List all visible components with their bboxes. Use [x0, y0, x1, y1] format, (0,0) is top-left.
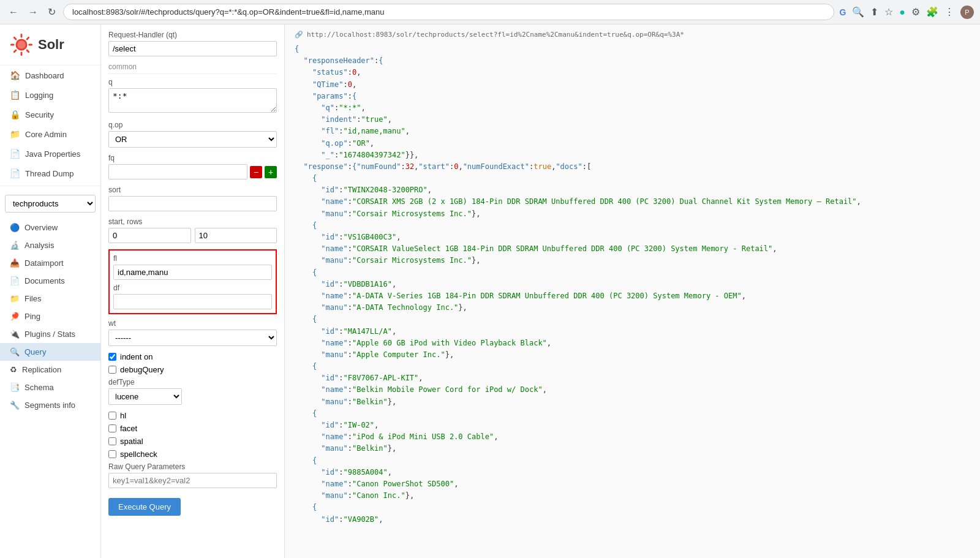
- fl-highlight-box: fl df: [108, 249, 277, 314]
- menu-icon[interactable]: ⋮: [944, 6, 954, 18]
- sidebar-item-java-properties[interactable]: 📄 Java Properties: [0, 144, 100, 164]
- debug-query-checkbox[interactable]: [108, 366, 116, 374]
- sidebar-item-dashboard[interactable]: 🏠 Dashboard: [0, 66, 100, 85]
- core-select[interactable]: techproducts: [5, 195, 96, 213]
- sidebar-item-logging[interactable]: 📋 Logging: [0, 85, 100, 105]
- address-bar[interactable]: [63, 4, 834, 20]
- segments-label: Segments info: [24, 401, 75, 410]
- core-nav-schema[interactable]: 📑 Schema: [0, 379, 100, 396]
- results-content: { "responseHeader":{ "status":0, "QTime"…: [295, 43, 970, 526]
- request-handler-input[interactable]: [108, 41, 277, 56]
- share-icon[interactable]: ⬆: [870, 6, 878, 18]
- sidebar-item-core-admin[interactable]: 📁 Core Admin: [0, 124, 100, 144]
- wt-select[interactable]: ------ json xml python ruby php csv: [108, 330, 277, 346]
- start-rows-inputs: [108, 228, 277, 243]
- fq-remove-button[interactable]: −: [250, 166, 262, 178]
- plugins-label: Plugins / Stats: [24, 330, 75, 339]
- core-nav-files[interactable]: 📁 Files: [0, 290, 100, 307]
- hl-checkbox[interactable]: [108, 412, 116, 420]
- query-icon: 🔍: [10, 347, 20, 356]
- browser-toolbar: G 🔍 ⬆ ☆ ● ⚙ 🧩 ⋮ P: [839, 6, 974, 19]
- fq-add-button[interactable]: +: [265, 166, 277, 178]
- hl-label: hl: [120, 411, 126, 420]
- q-op-group: q.op ------ OR AND: [108, 121, 277, 148]
- core-selector[interactable]: techproducts: [5, 195, 96, 213]
- google-icon: G: [839, 7, 846, 17]
- thread-dump-icon: 📄: [10, 168, 20, 178]
- q-label: q: [108, 78, 277, 86]
- query-label: Query: [24, 347, 46, 356]
- request-handler-group: Request-Handler (qt): [108, 31, 277, 56]
- back-button[interactable]: ←: [6, 4, 21, 20]
- debug-query-row: debugQuery: [108, 365, 277, 374]
- spellcheck-checkbox[interactable]: [108, 450, 116, 458]
- core-nav-replication[interactable]: ♻ Replication: [0, 361, 100, 379]
- core-nav: 🔵 Overview 🔬 Analysis 📥 Dataimport 📄 Doc…: [0, 219, 100, 414]
- svg-rect-4: [13, 36, 17, 40]
- svg-rect-3: [10, 44, 15, 46]
- files-icon: 📁: [10, 294, 20, 303]
- df-input[interactable]: [113, 294, 272, 309]
- core-nav-plugins[interactable]: 🔌 Plugins / Stats: [0, 325, 100, 343]
- dashboard-icon: 🏠: [10, 70, 20, 80]
- indent-checkbox[interactable]: [108, 353, 116, 361]
- wt-group: wt ------ json xml python ruby php csv: [108, 319, 277, 346]
- core-nav-documents[interactable]: 📄 Documents: [0, 272, 100, 290]
- core-nav-query[interactable]: 🔍 Query: [0, 343, 100, 361]
- core-nav-dataimport[interactable]: 📥 Dataimport: [0, 254, 100, 272]
- schema-icon: 📑: [10, 383, 20, 392]
- sort-input[interactable]: [108, 196, 277, 211]
- fl-input[interactable]: [113, 265, 272, 280]
- url-input[interactable]: [72, 7, 825, 17]
- start-rows-label: start, rows: [108, 217, 277, 226]
- search-icon[interactable]: 🔍: [852, 6, 864, 18]
- settings-icon[interactable]: ⚙: [911, 6, 920, 18]
- puzzle-icon[interactable]: 🧩: [926, 6, 938, 18]
- execute-query-button[interactable]: Execute Query: [108, 498, 181, 516]
- segments-icon: 🔧: [10, 401, 20, 410]
- extension-icon[interactable]: ●: [899, 7, 905, 18]
- start-input[interactable]: [108, 228, 191, 243]
- fq-label: fq: [108, 154, 277, 162]
- svg-rect-5: [21, 34, 23, 38]
- svg-rect-6: [26, 36, 30, 40]
- facet-row: facet: [108, 424, 277, 433]
- logging-label: Logging: [25, 91, 53, 100]
- q-op-select[interactable]: ------ OR AND: [108, 131, 277, 148]
- sidebar-item-security[interactable]: 🔒 Security: [0, 105, 100, 124]
- core-admin-icon: 📁: [10, 129, 20, 139]
- debug-query-label: debugQuery: [120, 365, 164, 374]
- fq-input[interactable]: [108, 164, 247, 179]
- forward-button[interactable]: →: [26, 4, 40, 20]
- results-url-bar: 🔗 http://localhost:8983/solr/techproduct…: [295, 31, 970, 39]
- sidebar-item-thread-dump[interactable]: 📄 Thread Dump: [0, 164, 100, 183]
- reload-button[interactable]: ↻: [45, 4, 58, 20]
- spatial-checkbox[interactable]: [108, 437, 116, 445]
- thread-dump-label: Thread Dump: [25, 169, 74, 178]
- files-label: Files: [24, 294, 41, 303]
- hl-row: hl: [108, 411, 277, 420]
- plugins-icon: 🔌: [10, 330, 20, 339]
- wt-label: wt: [108, 319, 277, 328]
- core-nav-overview[interactable]: 🔵 Overview: [0, 219, 100, 236]
- rows-input[interactable]: [195, 228, 277, 243]
- def-type-group: defType lucene dismax edismax: [108, 378, 277, 405]
- svg-rect-2: [13, 49, 17, 53]
- core-nav-analysis[interactable]: 🔬 Analysis: [0, 236, 100, 254]
- security-icon: 🔒: [10, 110, 20, 119]
- svg-rect-8: [26, 49, 30, 53]
- ping-label: Ping: [24, 312, 40, 321]
- core-nav-segments[interactable]: 🔧 Segments info: [0, 396, 100, 414]
- profile-avatar[interactable]: P: [960, 6, 974, 19]
- facet-checkbox[interactable]: [108, 424, 116, 432]
- link-icon: 🔗: [295, 31, 303, 39]
- def-type-select[interactable]: lucene dismax edismax: [108, 388, 182, 405]
- q-input[interactable]: *:*: [108, 88, 277, 113]
- svg-rect-1: [21, 51, 23, 56]
- security-label: Security: [25, 110, 54, 119]
- bookmark-icon[interactable]: ☆: [884, 6, 893, 18]
- core-nav-ping[interactable]: 🏓 Ping: [0, 307, 100, 325]
- fl-label: fl: [113, 254, 272, 263]
- raw-query-input[interactable]: [108, 473, 277, 488]
- sidebar: Solr 🏠 Dashboard 📋 Logging 🔒 Security 📁 …: [0, 25, 101, 558]
